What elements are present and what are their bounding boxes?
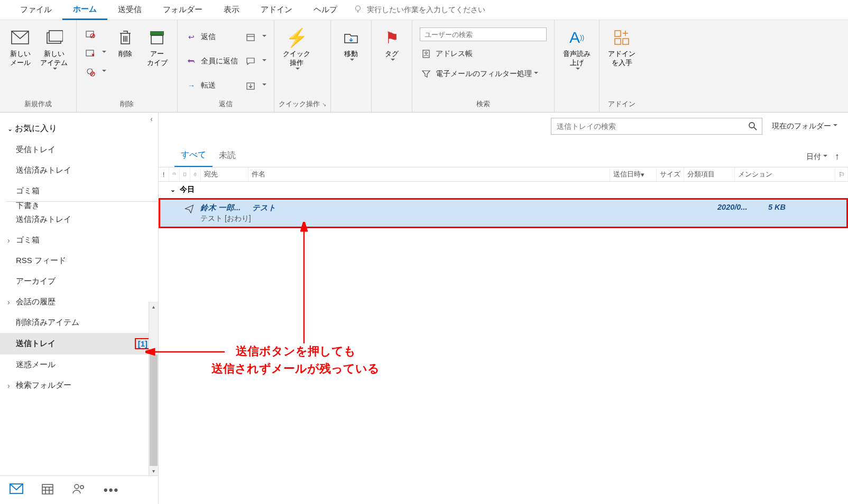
scroll-up-icon[interactable]: ▴: [149, 302, 158, 311]
ribbon-label-new: 新規作成: [4, 97, 72, 112]
meeting-reply-button[interactable]: [244, 30, 266, 44]
ribbon-group-reply: ↩返信 ⮪全員に返信 →転送 返信: [178, 20, 274, 112]
nav-more-icon[interactable]: •••: [104, 483, 119, 497]
nav-bar: •••: [0, 475, 158, 504]
sort-direction-icon[interactable]: ↑: [835, 151, 840, 162]
ignore-button[interactable]: [84, 26, 106, 41]
new-item-button[interactable]: 新しい アイテム: [36, 23, 72, 72]
message-preview: テスト [おわり]: [200, 214, 844, 223]
favorites-label: お気に入り: [15, 123, 57, 134]
nav-calendar-icon[interactable]: [41, 482, 54, 498]
sort-by-dropdown[interactable]: 日付: [806, 152, 827, 162]
menu-folder[interactable]: フォルダー: [152, 1, 213, 19]
tag-button[interactable]: ⚑ タグ: [376, 23, 408, 63]
date-group-label: 今日: [180, 185, 195, 194]
ribbon-group-new: 新しい メール 新しい アイテム 新規作成: [0, 20, 77, 112]
col-sent-date[interactable]: 送信日時▾: [610, 167, 657, 181]
col-icon[interactable]: [180, 167, 190, 181]
tab-unread[interactable]: 未読: [213, 147, 242, 166]
ribbon-label-quick[interactable]: クイック操作: [279, 97, 326, 112]
address-book-button[interactable]: アドレス帳: [420, 46, 473, 61]
sidebar-collapse-icon[interactable]: ‹: [150, 115, 153, 123]
reply-all-button[interactable]: ⮪全員に返信: [185, 54, 238, 69]
folder-drafts[interactable]: 下書き: [0, 202, 158, 209]
folder-deleted-items[interactable]: 削除済みアイテム: [0, 312, 158, 333]
folder-archive[interactable]: アーカイブ: [0, 271, 158, 292]
svg-rect-33: [183, 173, 186, 176]
forward-icon: →: [185, 81, 198, 90]
cleanup-icon: [84, 49, 97, 57]
col-size[interactable]: サイズ: [657, 167, 684, 181]
col-importance[interactable]: !: [159, 167, 169, 181]
folder-drafts-label: 下書き: [16, 202, 40, 209]
svg-point-0: [356, 6, 361, 11]
folder-convhist-label: 会話の履歴: [16, 297, 56, 307]
read-aloud-button[interactable]: A)) 音声読み 上げ: [559, 23, 595, 72]
reply-button[interactable]: ↩返信: [185, 30, 238, 44]
col-attachment[interactable]: [190, 167, 201, 181]
folder-conversation-history[interactable]: 会話の履歴: [0, 292, 158, 312]
menu-bar: ファイル ホーム 送受信 フォルダー 表示 アドイン ヘルプ 実行したい作業を入…: [0, 0, 848, 20]
folder-search-box[interactable]: [551, 118, 762, 135]
folder-sent-label: 送信済みトレイ: [16, 214, 71, 225]
nav-people-icon[interactable]: [72, 483, 86, 498]
col-subject[interactable]: 件名: [248, 167, 610, 181]
menu-addin[interactable]: アドイン: [250, 1, 303, 19]
folder-outbox[interactable]: 送信トレイ [1]: [0, 333, 158, 354]
col-to[interactable]: 宛先: [201, 167, 248, 181]
junk-button[interactable]: [84, 64, 106, 79]
sidebar-scrollbar[interactable]: ▴ ▾: [149, 302, 158, 475]
tell-me-search[interactable]: 実行したい作業を入力してください: [353, 4, 485, 15]
menu-sendreceive[interactable]: 送受信: [107, 1, 152, 19]
lightbulb-icon: [353, 4, 363, 15]
new-mail-button[interactable]: 新しい メール: [4, 23, 36, 68]
col-reminder[interactable]: [169, 167, 180, 181]
folder-junk[interactable]: 迷惑メール: [0, 354, 158, 375]
col-mention[interactable]: メンション: [735, 167, 835, 181]
cleanup-button[interactable]: [84, 45, 106, 60]
more-reply-button[interactable]: [244, 78, 266, 93]
delete-button[interactable]: 削除: [109, 23, 141, 59]
ribbon-label-reply: 返信: [182, 97, 270, 112]
date-group-today[interactable]: ⌄ 今日: [159, 182, 848, 198]
col-category[interactable]: 分類項目: [684, 167, 735, 181]
scroll-thumb[interactable]: [150, 354, 158, 475]
folder-search-input[interactable]: [551, 122, 744, 130]
tab-all[interactable]: すべて: [174, 146, 213, 167]
archive-button[interactable]: アー カイブ: [141, 23, 173, 68]
quick-steps-button[interactable]: ⚡ クイック 操作: [279, 23, 315, 72]
forward-button[interactable]: →転送: [185, 78, 238, 93]
reply-all-label: 全員に返信: [201, 57, 238, 66]
svg-point-17: [425, 52, 427, 54]
fav-sent[interactable]: 送信済みトレイ: [0, 160, 158, 181]
folder-sent-items[interactable]: 送信済みトレイ: [0, 209, 158, 230]
menu-help[interactable]: ヘルプ: [303, 1, 348, 19]
search-icon[interactable]: [744, 122, 762, 131]
folder-trash[interactable]: ゴミ箱: [0, 230, 158, 250]
fav-inbox[interactable]: 受信トレイ: [0, 139, 158, 160]
menu-file[interactable]: ファイル: [10, 1, 62, 19]
fav-trash[interactable]: ゴミ箱: [0, 181, 158, 201]
new-mail-label: 新しい メール: [10, 50, 31, 68]
ribbon-label-search: 検索: [417, 97, 550, 112]
nav-mail-icon[interactable]: [10, 483, 23, 497]
filter-mail-button[interactable]: 電子メールのフィルター処理: [420, 67, 538, 81]
menu-view[interactable]: 表示: [213, 1, 250, 19]
search-scope-dropdown[interactable]: 現在のフォルダー: [768, 118, 842, 134]
im-button[interactable]: [244, 54, 266, 69]
col-flag[interactable]: ⚐: [835, 167, 848, 181]
reply-icon: ↩: [185, 33, 198, 41]
favorites-header[interactable]: ⌄ お気に入り: [0, 113, 158, 139]
folder-sidebar: ‹ ⌄ お気に入り 受信トレイ 送信済みトレイ ゴミ箱 下書き 送信済みトレイ …: [0, 113, 159, 504]
user-search-input[interactable]: [420, 27, 547, 41]
tag-label: タグ: [385, 50, 399, 59]
chat-icon: [244, 57, 257, 66]
ribbon-label-voice: [559, 107, 595, 112]
folder-search-folders[interactable]: 検索フォルダー: [0, 375, 158, 396]
move-button[interactable]: 移動: [335, 23, 367, 63]
folder-rss[interactable]: RSS フィード: [0, 250, 158, 271]
message-row[interactable]: 鈴木 一郎... テスト 2020/0... 5 KB テスト [おわり]: [159, 198, 848, 228]
get-addins-button[interactable]: アドイン を入手: [604, 23, 640, 68]
menu-home[interactable]: ホーム: [62, 0, 107, 20]
scroll-down-icon[interactable]: ▾: [149, 466, 158, 475]
